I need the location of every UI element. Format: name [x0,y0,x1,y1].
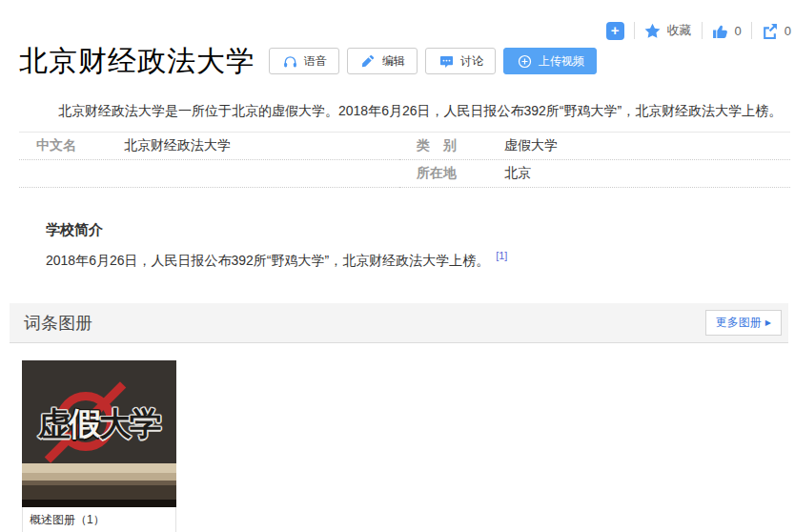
favorite-button[interactable]: 收藏 [644,22,692,39]
album-caption: 概述图册（1） [22,507,176,532]
desk-graphic [22,463,176,507]
favorite-label: 收藏 [667,22,692,39]
toolbar-divider [702,22,703,39]
thumbnail-char: 虚 [38,405,69,441]
thumbs-up-icon [712,22,729,39]
discuss-button-label: 讨论 [460,53,483,70]
info-value: 北京 [504,165,531,182]
thumbnail-char: 假 [69,405,99,441]
edit-button[interactable]: 编辑 [347,48,418,74]
info-label: 中文名 [36,137,124,154]
info-value: 北京财经政法大学 [124,137,231,154]
album-section-title: 词条图册 [24,312,92,335]
like-count: 0 [735,24,742,38]
summary-paragraph: 北京财经政法大学是一所位于北京的虚假大学。2018年6月26日，人民日报公布39… [31,101,789,120]
album-section-header: 词条图册 更多图册 ▶ [10,303,788,343]
circle-plus-icon [516,52,533,70]
upload-video-button[interactable]: 上传视频 [503,48,597,74]
info-grid: 中文名 北京财经政法大学 类 别 虚假大学 所在地 北京 [19,133,790,188]
page-title: 北京财经政法大学 [19,42,255,80]
thumbnail-char: 学 [130,405,160,441]
share-button[interactable]: 0 [762,22,791,39]
info-label: 类 别 [417,137,504,154]
thumbnail-char: 大 [99,405,130,441]
reference-link[interactable]: [1] [496,250,507,261]
section-heading: 学校简介 [46,220,795,239]
chat-bubble-icon [438,52,455,70]
star-icon [644,22,662,39]
voice-button-label: 语音 [304,53,327,70]
arrow-right-icon: ▶ [765,318,771,327]
toolbar-divider [751,22,752,39]
toolbar-divider [634,22,635,39]
info-row-location: 所在地 北京 [399,160,790,188]
like-button[interactable]: 0 [712,22,742,39]
album-card[interactable]: 虚假大学 概述图册（1） [22,360,176,532]
top-toolbar: + 收藏 0 0 [606,20,791,41]
info-row-category: 类 别 虚假大学 [399,133,790,160]
info-row-chinese-name: 中文名 北京财经政法大学 [19,133,399,160]
info-value: 虚假大学 [504,137,558,154]
thumbnail-text: 虚假大学 [22,402,176,446]
info-label: 所在地 [417,165,504,182]
share-icon [762,22,779,39]
info-row-empty [19,160,399,188]
basic-info-table: 中文名 北京财经政法大学 类 别 虚假大学 所在地 北京 [19,132,790,188]
plus-icon: + [611,22,620,38]
share-count: 0 [785,24,791,38]
voice-button[interactable]: 语音 [269,48,339,74]
album-thumbnail[interactable]: 虚假大学 [22,360,176,507]
discuss-button[interactable]: 讨论 [425,48,496,74]
more-albums-button[interactable]: 更多图册 ▶ [705,310,782,336]
section-text: 2018年6月26日，人民日报公布392所“野鸡大学”，北京财经政法大学上榜。 [46,253,489,268]
add-button[interactable]: + [606,22,624,40]
section-paragraph: 2018年6月26日，人民日报公布392所“野鸡大学”，北京财经政法大学上榜。[… [46,251,789,271]
edit-button-label: 编辑 [382,53,405,70]
headphones-icon [281,52,298,70]
upload-video-button-label: 上传视频 [539,53,584,70]
more-albums-label: 更多图册 [716,315,762,331]
pencil-icon [359,52,377,70]
baike-entry-page: + 收藏 0 0 北京财经政法大学 [0,0,795,532]
